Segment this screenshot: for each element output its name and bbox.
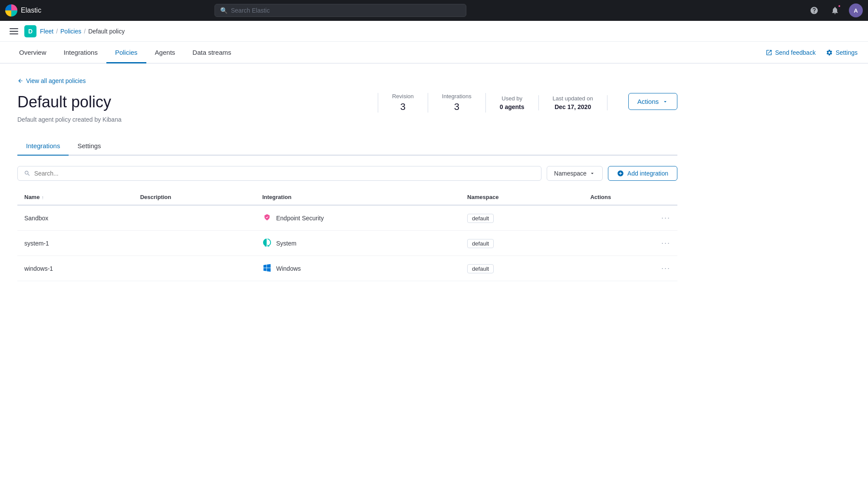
actions-button[interactable]: Actions: [628, 93, 677, 110]
tab-overview[interactable]: Overview: [10, 42, 55, 63]
back-link[interactable]: View all agent policies: [17, 77, 677, 84]
integrations-table: Name ↑ Description Integration Namespace…: [17, 189, 677, 281]
table-header-row: Name ↑ Description Integration Namespace…: [17, 189, 677, 205]
integration-icon-system: [262, 238, 272, 249]
cell-namespace-0: default: [460, 205, 583, 231]
cell-integration-1: System: [255, 231, 460, 256]
add-integration-button[interactable]: Add integration: [608, 166, 677, 181]
stat-used-by: Used by 0 agents: [486, 95, 539, 110]
svg-rect-0: [10, 28, 18, 29]
search-input[interactable]: [34, 170, 535, 177]
revision-label: Revision: [392, 93, 414, 100]
settings-link[interactable]: Settings: [826, 49, 858, 56]
cell-actions-2: ···: [583, 256, 677, 281]
elastic-logo-icon: [5, 4, 17, 17]
col-description: Description: [133, 189, 255, 205]
col-actions: Actions: [583, 189, 677, 205]
breadcrumb: Fleet / Policies / Default policy: [40, 28, 125, 35]
tab-policies[interactable]: Policies: [106, 42, 146, 63]
svg-rect-2: [10, 33, 18, 34]
revision-value: 3: [392, 101, 414, 113]
help-icon-btn[interactable]: [807, 3, 821, 17]
integrations-count-label: Integrations: [442, 93, 472, 100]
cell-description-1: [133, 231, 255, 256]
integration-icon-endpoint: [262, 212, 272, 223]
send-feedback-link[interactable]: Send feedback: [766, 49, 815, 56]
breadcrumb-bar: D Fleet / Policies / Default policy: [0, 21, 868, 42]
inner-tabs: Integrations Settings: [17, 137, 677, 156]
integrations-count-value: 3: [442, 101, 472, 113]
col-namespace: Namespace: [460, 189, 583, 205]
namespace-filter[interactable]: Namespace: [547, 166, 603, 181]
breadcrumb-current: Default policy: [88, 28, 125, 35]
row-actions-menu-1[interactable]: ···: [661, 239, 670, 247]
policy-header: Default policy Revision 3 Integrations 3…: [17, 93, 677, 113]
notification-dot: [838, 4, 841, 8]
actions-label: Actions: [637, 98, 659, 105]
cell-name-0: Sandbox: [17, 205, 133, 231]
cell-integration-0: Endpoint Security: [255, 205, 460, 231]
plus-circle-icon: [617, 170, 624, 177]
table-row: system-1 System default ···: [17, 231, 677, 256]
main-nav: Overview Integrations Policies Agents Da…: [0, 42, 868, 63]
back-link-label: View all agent policies: [26, 77, 86, 84]
last-updated-value: Dec 17, 2020: [553, 103, 593, 110]
cell-namespace-1: default: [460, 231, 583, 256]
namespace-label: Namespace: [554, 170, 587, 177]
breadcrumb-policies[interactable]: Policies: [60, 28, 81, 35]
notifications-icon-btn[interactable]: [828, 3, 842, 17]
svg-rect-1: [10, 31, 18, 32]
user-avatar[interactable]: A: [849, 3, 863, 17]
fleet-icon: D: [24, 25, 36, 37]
breadcrumb-fleet[interactable]: Fleet: [40, 28, 53, 35]
cell-actions-1: ···: [583, 231, 677, 256]
cell-description-2: [133, 256, 255, 281]
sidebar-toggle[interactable]: [7, 24, 21, 38]
top-nav-icons: A: [807, 3, 863, 17]
policy-stats: Revision 3 Integrations 3 Used by 0 agen…: [378, 93, 607, 113]
nav-right-actions: Send feedback Settings: [766, 49, 858, 56]
tab-data-streams[interactable]: Data streams: [184, 42, 240, 63]
page-content: View all agent policies Default policy R…: [0, 63, 695, 295]
stat-integrations: Integrations 3: [428, 93, 486, 113]
integrations-search[interactable]: [17, 166, 541, 181]
col-integration: Integration: [255, 189, 460, 205]
row-actions-menu-2[interactable]: ···: [661, 264, 670, 272]
app-name: Elastic: [21, 7, 41, 14]
global-search[interactable]: 🔍 Search Elastic: [215, 4, 466, 17]
app-logo[interactable]: Elastic: [5, 4, 41, 17]
col-name[interactable]: Name ↑: [17, 189, 133, 205]
cell-name-1: system-1: [17, 231, 133, 256]
policy-title: Default policy: [17, 93, 367, 111]
table-row: Sandbox Endpoint Security default ···: [17, 205, 677, 231]
cell-name-2: windows-1: [17, 256, 133, 281]
inner-tab-integrations[interactable]: Integrations: [17, 137, 69, 156]
stat-last-updated: Last updated on Dec 17, 2020: [539, 95, 607, 110]
policy-description: Default agent policy created by Kibana: [17, 116, 677, 123]
top-nav: Elastic 🔍 Search Elastic A: [0, 0, 868, 21]
last-updated-label: Last updated on: [553, 95, 593, 102]
used-by-label: Used by: [500, 95, 525, 102]
tab-integrations[interactable]: Integrations: [55, 42, 106, 63]
tab-agents[interactable]: Agents: [146, 42, 184, 63]
cell-integration-2: Windows: [255, 256, 460, 281]
stat-revision: Revision 3: [378, 93, 428, 113]
cell-actions-0: ···: [583, 205, 677, 231]
search-placeholder: Search Elastic: [231, 7, 270, 14]
send-feedback-label: Send feedback: [775, 49, 815, 56]
cell-description-0: [133, 205, 255, 231]
table-toolbar: Namespace Add integration: [17, 166, 677, 181]
search-icon: 🔍: [220, 7, 228, 14]
row-actions-menu-0[interactable]: ···: [661, 213, 670, 222]
add-integration-label: Add integration: [627, 170, 668, 177]
used-by-value: 0 agents: [500, 103, 525, 110]
table-row: windows-1 Windows default ···: [17, 256, 677, 281]
search-icon: [24, 170, 31, 177]
sort-icon: ↑: [41, 195, 44, 200]
cell-namespace-2: default: [460, 256, 583, 281]
inner-tab-settings[interactable]: Settings: [69, 137, 109, 156]
chevron-down-icon: [589, 170, 595, 176]
user-initial: A: [854, 7, 858, 14]
integration-icon-windows: [262, 263, 272, 274]
settings-label: Settings: [835, 49, 858, 56]
